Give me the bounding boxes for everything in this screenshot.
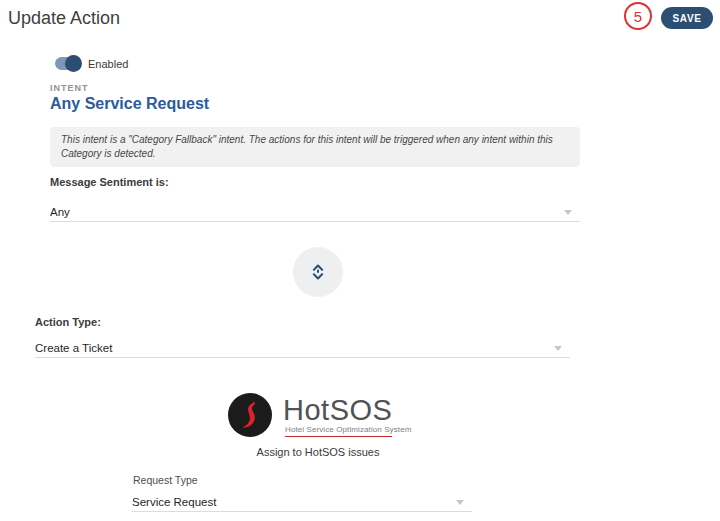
page-title: Update Action bbox=[8, 8, 120, 29]
enabled-toggle[interactable] bbox=[55, 57, 81, 70]
unfold-vertical-icon bbox=[307, 261, 329, 283]
hotsos-logo-text: HotSOS bbox=[283, 394, 392, 427]
request-type-label: Request Type bbox=[133, 474, 198, 486]
action-type-label: Action Type: bbox=[35, 316, 101, 328]
hotsos-logo-mark bbox=[228, 393, 272, 437]
request-type-select[interactable]: Service Request bbox=[132, 492, 472, 512]
toggle-knob bbox=[65, 55, 82, 72]
annotation-step-number: 5 bbox=[634, 8, 642, 25]
dropdown-caret-icon bbox=[554, 346, 562, 351]
intent-note-text: This intent is a "Category Fallback" int… bbox=[61, 133, 569, 161]
sentiment-selected-value: Any bbox=[50, 206, 70, 218]
assign-to-hotsos-text: Assign to HotSOS issues bbox=[193, 446, 443, 458]
update-action-page: Update Action 5 SAVE Enabled INTENT Any … bbox=[0, 0, 720, 521]
dropdown-caret-icon bbox=[456, 500, 464, 505]
reorder-actions-button[interactable] bbox=[293, 247, 343, 297]
save-button[interactable]: SAVE bbox=[661, 7, 713, 29]
intent-name-heading: Any Service Request bbox=[50, 95, 209, 113]
dropdown-caret-icon bbox=[564, 210, 572, 215]
action-type-select[interactable]: Create a Ticket bbox=[35, 338, 570, 358]
enabled-toggle-label: Enabled bbox=[88, 58, 128, 70]
sentiment-label: Message Sentiment is: bbox=[50, 176, 169, 188]
annotation-step-circle: 5 bbox=[624, 2, 652, 30]
hotsos-logo-tagline: Hotel Service Optimization System bbox=[285, 425, 411, 434]
hotsos-logo-underline bbox=[285, 436, 392, 437]
intent-eyebrow-label: INTENT bbox=[50, 83, 89, 93]
intent-note-box: This intent is a "Category Fallback" int… bbox=[50, 127, 580, 167]
request-type-selected-value: Service Request bbox=[132, 496, 216, 508]
sentiment-select[interactable]: Any bbox=[50, 202, 580, 222]
action-type-selected-value: Create a Ticket bbox=[35, 342, 112, 354]
